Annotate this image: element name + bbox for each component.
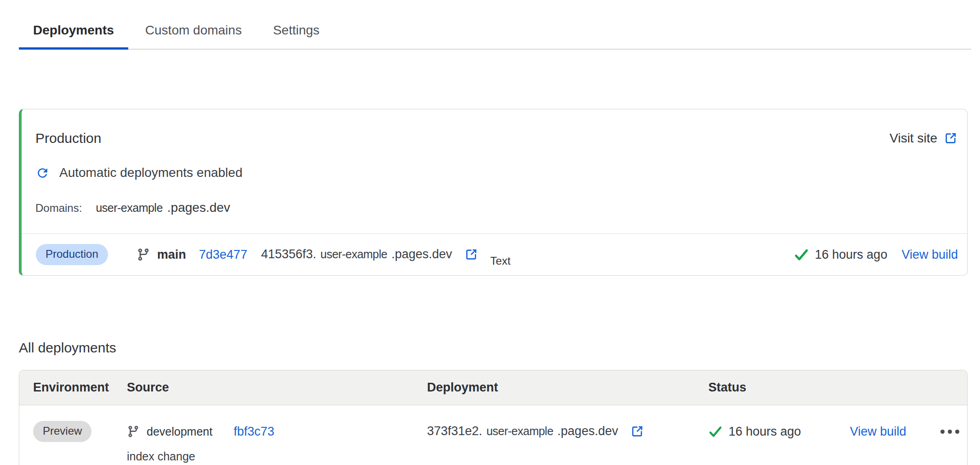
tab-label: Deployments xyxy=(33,23,114,37)
column-header-status: Status xyxy=(708,380,850,395)
git-branch-icon xyxy=(137,248,150,261)
row-menu-cell xyxy=(940,421,960,442)
tab-settings[interactable]: Settings xyxy=(259,16,334,49)
source-cell: development fbf3c73 index change xyxy=(127,421,427,463)
deployment-url-name: user-example xyxy=(486,425,553,438)
production-card-title: Production xyxy=(35,130,101,146)
tab-label: Settings xyxy=(273,23,319,37)
view-build-link[interactable]: View build xyxy=(850,425,906,439)
view-build-link[interactable]: View build xyxy=(901,248,958,262)
tab-deployments[interactable]: Deployments xyxy=(19,16,128,49)
branch-info: main xyxy=(137,248,186,262)
auto-deployments-status: Automatic deployments enabled xyxy=(35,165,958,180)
domains-row: Domains: user-example .pages.dev xyxy=(35,200,958,233)
view-build-cell: View build xyxy=(850,421,940,442)
external-link-icon xyxy=(630,424,644,439)
check-icon xyxy=(708,425,723,439)
external-link-icon xyxy=(464,247,479,262)
deployment-time: 16 hours ago xyxy=(729,425,801,439)
deployment-url-prefix: 415356f3. xyxy=(261,247,316,261)
deployment-note: Text xyxy=(490,255,511,267)
external-link-icon xyxy=(943,131,958,146)
refresh-icon xyxy=(35,166,50,180)
ellipsis-icon[interactable] xyxy=(940,427,960,437)
deployment-url-suffix: .pages.dev xyxy=(391,247,452,261)
column-header-source: Source xyxy=(127,380,427,395)
environment-cell: Preview xyxy=(33,421,127,442)
status-cell: 16 hours ago xyxy=(708,421,850,442)
domain-suffix: .pages.dev xyxy=(167,200,230,215)
production-card-body: Production Visit site xyxy=(22,109,967,233)
visit-site-link[interactable]: Visit site xyxy=(889,131,958,146)
production-card-header: Production Visit site xyxy=(35,130,958,146)
deployment-cell: 373f31e2. user-example .pages.dev xyxy=(427,421,708,442)
deployments-table: Environment Source Deployment Status Pre… xyxy=(19,370,968,465)
production-deployment-row: Production main 7d3e477 415356f3. user-e… xyxy=(22,233,967,275)
table-header-row: Environment Source Deployment Status xyxy=(19,370,967,405)
tab-label: Custom domains xyxy=(145,23,242,37)
deployment-url-link[interactable]: 373f31e2. user-example .pages.dev xyxy=(427,424,644,439)
auto-deployments-text: Automatic deployments enabled xyxy=(59,165,242,180)
production-card: Production Visit site xyxy=(19,109,968,276)
table-row: Preview development fbf3c73 index change… xyxy=(19,405,967,465)
domains-label: Domains: xyxy=(35,202,82,215)
all-deployments-title: All deployments xyxy=(19,340,980,356)
tab-custom-domains[interactable]: Custom domains xyxy=(131,16,256,49)
branch-name: main xyxy=(157,248,186,262)
visit-site-label: Visit site xyxy=(889,131,937,146)
branch-name: development xyxy=(147,425,212,438)
pages-project-deployments-page: Deployments Custom domains Settings Prod… xyxy=(0,0,980,465)
deployment-status-group: 16 hours ago View build xyxy=(794,247,958,262)
check-icon xyxy=(794,247,809,262)
domain-name: user-example xyxy=(96,201,162,215)
deployment-url-name: user-example xyxy=(320,248,387,261)
environment-badge: Preview xyxy=(33,421,91,442)
environment-badge: Production xyxy=(36,244,108,265)
commit-message: index change xyxy=(127,450,427,463)
git-branch-icon xyxy=(127,425,140,438)
domain-link[interactable]: user-example .pages.dev xyxy=(96,200,230,215)
deployment-url-prefix: 373f31e2. xyxy=(427,424,482,438)
deployment-time: 16 hours ago xyxy=(815,248,888,262)
commit-link[interactable]: 7d3e477 xyxy=(199,248,247,262)
column-header-environment: Environment xyxy=(33,380,127,395)
deployment-url-suffix: .pages.dev xyxy=(558,424,618,438)
commit-link[interactable]: fbf3c73 xyxy=(234,425,274,439)
column-header-deployment: Deployment xyxy=(427,380,708,395)
tab-bar: Deployments Custom domains Settings xyxy=(19,0,971,50)
branch-info: development fbf3c73 xyxy=(127,421,427,442)
deployment-url-link[interactable]: 415356f3. user-example .pages.dev xyxy=(261,247,479,262)
